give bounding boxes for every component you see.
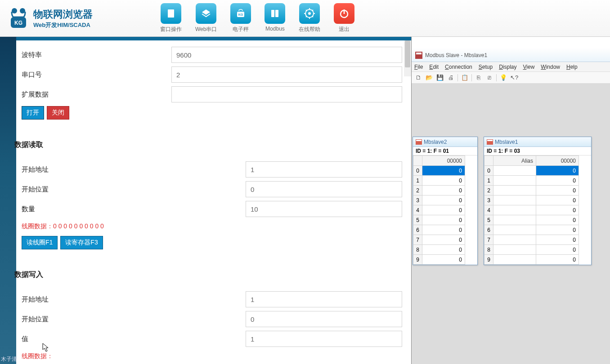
read-register-button[interactable]: 读寄存器F3 [60,236,103,249]
svg-rect-26 [487,140,493,141]
connect-icon[interactable]: ⎘ [474,73,484,82]
read-count-input[interactable] [246,201,402,217]
svg-rect-22 [416,53,422,54]
read-section-title: 数据读取 [14,135,411,155]
context-help-icon[interactable]: ↖? [509,73,519,82]
doc-icon [487,139,493,145]
write-start-pos-label: 开始位置 [16,315,246,324]
modbus-slave-app: Modbus Slave - Mbslave1 File Edit Connec… [411,37,610,364]
read-start-pos-input[interactable] [246,181,402,197]
app-icon [415,52,422,59]
slave-menubar: File Edit Connection Setup Display View … [412,62,610,72]
baud-input[interactable] [171,47,402,63]
svg-rect-7 [271,10,274,17]
app-header: KG 物联网浏览器 Web开发HIM/SCADA 窗口操作 Web串口 KG 电… [0,0,610,37]
baud-label: 波特率 [16,51,171,59]
modbus-icon [265,3,285,24]
main-toolbar: 窗口操作 Web串口 KG 电子秤 Modbus 在线帮助 退出 [160,3,354,33]
scale-icon: KG [230,3,251,24]
port-input[interactable] [171,67,402,83]
write-start-pos-input[interactable] [246,311,402,327]
read-coil-button[interactable]: 读线圈F1 [22,236,58,249]
port-label: 串口号 [16,71,171,79]
menu-display[interactable]: Display [499,64,516,70]
disconnect-icon[interactable]: ⎚ [484,73,494,82]
help-icon[interactable]: 💡 [498,73,508,82]
toolbar-window-ops[interactable]: 窗口操作 [160,3,182,33]
menu-setup[interactable]: Setup [479,64,493,70]
svg-rect-24 [416,140,422,141]
open-button[interactable]: 打开 [22,106,44,120]
window-icon [161,3,181,24]
ext-label: 扩展数据 [16,90,171,99]
mbslave2-title[interactable]: Mbslave2 [413,137,477,147]
mbslave1-status: ID = 1: F = 03 [484,147,591,155]
logo: KG 物联网浏览器 Web开发HIM/SCADA [9,7,93,30]
read-start-pos-label: 开始位置 [16,185,246,194]
svg-line-18 [312,10,313,11]
write-section-title: 数据写入 [14,265,411,285]
menu-file[interactable]: File [414,64,423,70]
svg-point-1 [20,8,25,13]
app-title: 物联网浏览器 [33,8,93,21]
mbslave1-title[interactable]: Mbslave1 [484,137,591,147]
toolbar-web-serial[interactable]: Web串口 [195,3,217,33]
svg-point-10 [308,12,311,15]
svg-rect-4 [168,9,174,18]
read-count-label: 数量 [16,205,246,213]
toolbar-help[interactable]: 在线帮助 [299,3,320,33]
power-icon [334,3,354,24]
menu-window[interactable]: Window [541,64,560,70]
svg-line-17 [306,16,307,17]
read-start-addr-input[interactable] [246,161,402,178]
svg-rect-8 [275,10,278,17]
svg-text:KG: KG [14,20,22,26]
vertical-scrollbar[interactable] [404,40,411,76]
svg-text:KG: KG [238,13,243,16]
read-start-addr-label: 开始地址 [16,165,246,174]
coil-read-result: 线圈数据：0 0 0 0 0 0 0 0 0 0 [16,219,411,234]
slave-toolbar: 🗋 📂 💾 🖨 📋 ⎘ ⎚ 💡 ↖? [412,72,610,84]
open-icon[interactable]: 📂 [424,73,434,82]
logo-icon: KG [9,7,28,30]
copy-icon[interactable]: 📋 [460,73,470,82]
slave-titlebar[interactable]: Modbus Slave - Mbslave1 [412,49,610,62]
print-icon[interactable]: 🖨 [446,73,456,82]
gear-icon [299,3,320,24]
mdi-window-mbslave2[interactable]: Mbslave2 ID = 1: F = 01 0000000102030405… [413,137,478,265]
menu-view[interactable]: View [523,64,535,70]
toolbar-scale[interactable]: KG 电子秤 [230,3,251,33]
svg-line-16 [312,16,313,17]
config-panel: 波特率 串口号 扩展数据 打开 关闭 数据读取 [0,37,411,364]
write-start-addr-input[interactable] [246,291,402,307]
write-value-label: 值 [16,335,246,343]
slave-title: Modbus Slave - Mbslave1 [425,52,487,58]
serial-icon [196,3,216,24]
svg-point-0 [12,8,17,13]
write-value-input[interactable] [246,331,402,347]
ext-input[interactable] [171,86,402,102]
mdi-window-mbslave1[interactable]: Mbslave1 ID = 1: F = 03 Alias00000001020… [484,137,592,265]
svg-line-15 [306,10,307,11]
mouse-cursor [41,342,50,353]
mbslave1-grid[interactable]: Alias0000000102030405060708090 [484,155,579,265]
mdi-area: Mbslave2 ID = 1: F = 01 0000000102030405… [412,84,610,364]
menu-help[interactable]: Help [566,64,578,70]
coil-write-result: 线圈数据： [16,349,411,364]
toolbar-modbus[interactable]: Modbus [265,3,285,33]
save-icon[interactable]: 💾 [435,73,445,82]
top-accent-bar [16,37,411,40]
mbslave2-grid[interactable]: 0000000102030405060708090 [413,155,465,265]
mbslave2-status: ID = 1: F = 01 [413,147,477,155]
close-button[interactable]: 关闭 [47,106,69,120]
app-subtitle: Web开发HIM/SCADA [33,21,93,29]
menu-edit[interactable]: Edit [429,64,439,70]
menu-connection[interactable]: Connection [445,64,472,70]
new-icon[interactable]: 🗋 [413,73,423,82]
write-start-addr-label: 开始地址 [16,295,246,304]
doc-icon [416,139,422,145]
toolbar-exit[interactable]: 退出 [334,3,354,33]
